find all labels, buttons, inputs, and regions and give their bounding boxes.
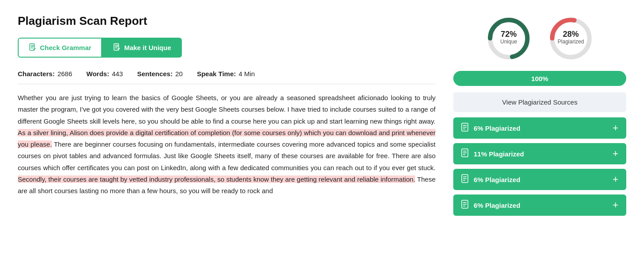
stat-characters: Characters: 2686	[18, 70, 72, 78]
progress-bar: 100%	[453, 71, 626, 86]
check-grammar-icon	[28, 43, 36, 52]
words-value: 443	[112, 70, 123, 78]
source-doc-icon-3	[461, 174, 469, 185]
svg-text:28%: 28%	[563, 30, 579, 39]
content-text: Whether you are just trying to learn the…	[18, 92, 436, 197]
svg-text:Unique: Unique	[500, 39, 517, 45]
source-label-2: 11% Plagiarized	[474, 150, 524, 158]
make-unique-button[interactable]: Make it Unique	[102, 38, 182, 58]
sources-list: 6% Plagiarized + 11% Plagiarized	[453, 117, 626, 216]
expand-source-4[interactable]: +	[613, 200, 618, 210]
source-doc-icon-2	[461, 148, 469, 159]
speak-time-value: 4 Min	[239, 70, 255, 78]
source-doc-icon-4	[461, 200, 469, 210]
text-normal-2: There are beginner courses focusing on f…	[18, 140, 436, 171]
view-plagiarized-sources[interactable]: View Plagiarized Sources	[453, 92, 626, 112]
expand-source-2[interactable]: +	[613, 149, 618, 159]
charts-row: 72% Unique 28% Plagiarized	[453, 14, 626, 63]
check-grammar-button[interactable]: Check Grammar	[18, 38, 102, 58]
unique-donut-svg: 72% Unique	[484, 14, 533, 63]
svg-text:Plagiarized: Plagiarized	[558, 39, 584, 45]
source-label-4: 6% Plagiarized	[474, 202, 520, 209]
source-item-1[interactable]: 6% Plagiarized +	[453, 117, 626, 139]
stat-sentences: Sentences: 20	[137, 70, 183, 78]
words-label: Words:	[86, 70, 109, 78]
source-label-1: 6% Plagiarized	[474, 124, 520, 132]
page-title: Plagiarism Scan Report	[18, 14, 436, 28]
expand-source-1[interactable]: +	[613, 123, 618, 133]
make-unique-icon	[113, 43, 121, 52]
source-item-4[interactable]: 6% Plagiarized +	[453, 194, 626, 216]
source-item-2[interactable]: 11% Plagiarized +	[453, 143, 626, 164]
stat-words: Words: 443	[86, 70, 123, 78]
source-doc-icon-1	[461, 123, 469, 133]
svg-text:72%: 72%	[501, 30, 517, 39]
sentences-label: Sentences:	[137, 70, 173, 78]
expand-source-3[interactable]: +	[613, 175, 618, 184]
check-grammar-label: Check Grammar	[40, 44, 91, 51]
characters-label: Characters:	[18, 70, 55, 78]
characters-value: 2686	[57, 70, 72, 78]
view-sources-label: View Plagiarized Sources	[502, 98, 577, 106]
text-normal-1: Whether you are just trying to learn the…	[18, 94, 436, 125]
plagiarized-chart: 28% Plagiarized	[546, 14, 595, 63]
action-buttons: Check Grammar Make it Unique	[18, 38, 436, 58]
progress-bar-label: 100%	[531, 75, 548, 82]
text-highlighted-2: Secondly, their courses are taught by ve…	[18, 175, 415, 183]
make-unique-label: Make it Unique	[124, 44, 171, 51]
speak-time-label: Speak Time:	[197, 70, 236, 78]
plagiarized-donut-svg: 28% Plagiarized	[546, 14, 595, 63]
stat-speak-time: Speak Time: 4 Min	[197, 70, 255, 78]
stats-row: Characters: 2686 Words: 443 Sentences: 2…	[18, 70, 436, 84]
source-item-3[interactable]: 6% Plagiarized +	[453, 169, 626, 190]
sentences-value: 20	[175, 70, 183, 78]
source-label-3: 6% Plagiarized	[474, 176, 520, 183]
unique-chart: 72% Unique	[484, 14, 533, 63]
